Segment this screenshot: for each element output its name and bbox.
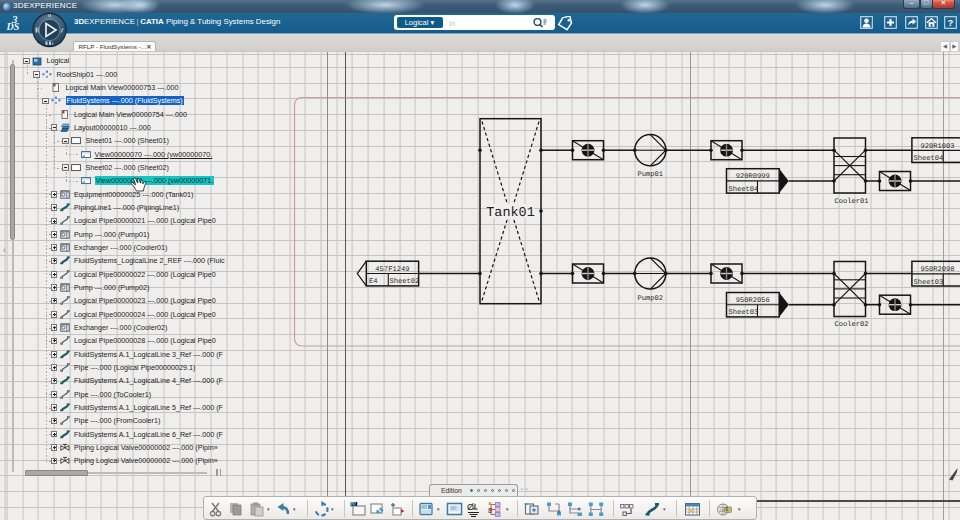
svg-text:950R2098: 950R2098	[920, 266, 954, 274]
svg-text:Tank01: Tank01	[486, 206, 535, 221]
svg-text:920R1003: 920R1003	[920, 143, 954, 151]
svg-text:?: ?	[948, 17, 954, 28]
svg-text:Pump01: Pump01	[638, 171, 664, 179]
svg-text:E4: E4	[369, 278, 378, 286]
svg-text:950R2056: 950R2056	[736, 297, 770, 305]
svg-text:Sheet03: Sheet03	[914, 278, 944, 287]
svg-text:Sheet03: Sheet03	[729, 308, 759, 317]
svg-text:Pump02: Pump02	[638, 295, 664, 303]
svg-text:457F1249: 457F1249	[375, 266, 409, 274]
svg-text:920R0999: 920R0999	[736, 173, 770, 181]
svg-text:Cooler02: Cooler02	[834, 320, 868, 329]
svg-text:Sheet04: Sheet04	[914, 154, 944, 163]
svg-text:Ø: Ø	[467, 502, 474, 512]
svg-text:DS: DS	[6, 21, 20, 32]
svg-text:Cooler01: Cooler01	[834, 197, 868, 206]
svg-text:Sheet04: Sheet04	[729, 185, 759, 194]
svg-text:Sheet02: Sheet02	[390, 277, 420, 286]
